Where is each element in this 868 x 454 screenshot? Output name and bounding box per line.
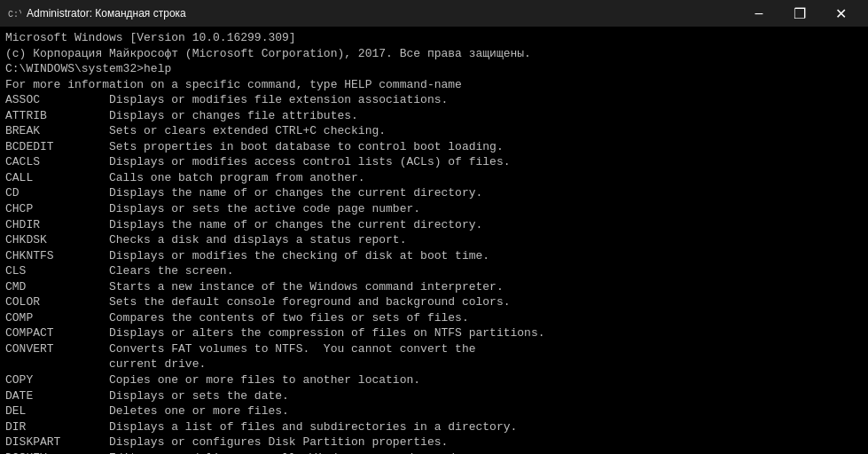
terminal-output: Microsoft Windows [Version 10.0.16299.30… bbox=[0, 27, 868, 454]
svg-text:C:\: C:\ bbox=[8, 10, 21, 20]
minimize-button[interactable]: – bbox=[739, 0, 779, 27]
terminal-text: Microsoft Windows [Version 10.0.16299.30… bbox=[5, 30, 863, 454]
cmd-icon: C:\ bbox=[7, 6, 21, 20]
close-button[interactable]: ✕ bbox=[820, 0, 861, 27]
window-title: Administrator: Командная строка bbox=[27, 7, 739, 20]
maximize-button[interactable]: ❐ bbox=[779, 0, 820, 27]
window-controls: – ❐ ✕ bbox=[739, 0, 861, 27]
title-bar: C:\ Administrator: Командная строка – ❐ … bbox=[0, 0, 868, 27]
